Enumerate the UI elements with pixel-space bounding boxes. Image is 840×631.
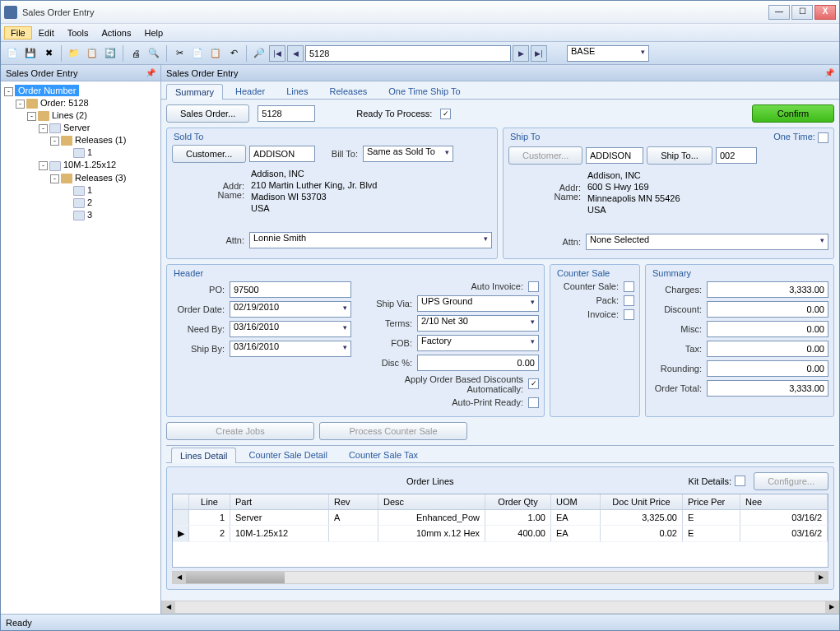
tab-lines-detail[interactable]: Lines Detail [171,448,236,463]
nav-first-button[interactable]: |◀ [269,45,285,62]
shipto-attn-select[interactable]: None Selected [586,234,828,250]
orderlines-grid[interactable]: Line Part Rev Desc Order Qty UOM Doc Uni… [172,494,828,568]
pin-icon[interactable]: 📌 [146,68,155,77]
po-input[interactable] [230,281,351,298]
tree-server[interactable]: -Server [4,122,157,134]
tree-release-2b[interactable]: 2 [4,197,157,209]
refresh-icon[interactable]: 🔄 [102,45,118,62]
search-icon[interactable]: 🔎 [251,45,267,62]
tree-root[interactable]: -Order Number [4,85,157,97]
soldto-attn-select[interactable]: Lonnie Smith [249,232,492,248]
menu-actions[interactable]: Actions [95,26,137,39]
table-row[interactable]: ▶ 2 10M-1.25x12 10mm x.12 Hex 400.00 EA … [173,526,828,542]
table-row[interactable]: 1 Server A Enhanced_Pow 1.00 EA 3,325.00… [173,510,828,526]
tab-summary[interactable]: Summary [166,84,223,100]
menu-help[interactable]: Help [137,26,169,39]
shipto-attn-label: Attn: [508,237,586,247]
discount-field [707,301,828,318]
pin-icon[interactable]: 📌 [824,68,834,77]
cs-checkbox[interactable] [624,281,634,292]
kit-label: Kit Details: [689,476,732,486]
menu-tools[interactable]: Tools [61,26,95,39]
soldto-customer-button[interactable]: Customer... [172,145,246,163]
invoice-checkbox[interactable] [624,309,634,320]
tab-header[interactable]: Header [226,83,274,99]
sales-order-input[interactable] [258,105,315,122]
left-panel-header: Sales Order Entry 📌 [1,65,160,81]
preview-icon[interactable]: 🔍 [146,45,162,62]
sales-order-button[interactable]: Sales Order... [166,104,249,123]
tree-order[interactable]: -Order: 5128 [4,97,157,109]
misc-field [707,321,828,337]
ready-to-process-checkbox[interactable]: ✓ [440,109,451,119]
pack-checkbox[interactable] [624,295,634,306]
menu-file[interactable]: File [4,26,32,39]
nav-next-button[interactable]: ▶ [513,45,529,62]
panel-scrollbar[interactable]: ◀ ▶ [161,601,839,614]
minimize-button[interactable]: — [768,5,790,20]
nav-last-button[interactable]: ▶| [531,45,547,62]
terms-select[interactable]: 2/10 Net 30 [417,315,539,332]
applydisc-checkbox[interactable]: ✓ [528,378,539,389]
cut-icon[interactable]: ✂ [171,45,188,62]
charges-field [707,281,828,298]
fob-select[interactable]: Factory [417,335,539,351]
tree-server-releases[interactable]: -Releases (1) [4,134,157,146]
shipby-input[interactable]: 03/16/2010 [230,341,351,357]
window-title: Sales Order Entry [22,7,768,17]
warehouse-select[interactable]: BASE [567,45,649,62]
menu-edit[interactable]: Edit [32,26,61,39]
tree-release-2a[interactable]: 1 [4,184,157,197]
grid-scrollbar[interactable]: ◀ ▶ [172,571,828,584]
shipto-addr-label: Addr: [508,183,586,193]
order-tree[interactable]: -Order Number -Order: 5128 -Lines (2) -S… [1,81,160,614]
sold-to-title: Sold To [174,132,492,142]
undo-icon[interactable]: ↶ [225,45,242,62]
ship-to-title: Ship To One Time: [510,132,828,143]
autoprint-checkbox[interactable] [528,397,539,408]
tree-part2-releases[interactable]: -Releases (3) [4,172,157,184]
needby-input[interactable]: 03/16/2010 [230,321,351,337]
shipto-customer-button: Customer... [508,146,582,165]
tab-cs-tax[interactable]: Counter Sale Tax [340,447,427,462]
shipto-button[interactable]: Ship To... [647,146,712,165]
maximize-button[interactable]: ☐ [791,5,813,20]
onetime-checkbox[interactable] [818,132,828,143]
save-icon[interactable]: 💾 [22,45,39,62]
shipto-id-input[interactable] [716,147,757,164]
billto-label: Bill To: [322,149,363,159]
shipvia-select[interactable]: UPS Ground [417,295,539,312]
delete-icon[interactable]: ✖ [40,45,57,62]
nav-prev-button[interactable]: ◀ [287,45,304,62]
order-number-input[interactable] [305,45,511,62]
status-bar: Ready [1,614,839,630]
status-text: Ready [6,618,32,628]
tax-field [707,341,828,357]
confirm-button[interactable]: Confirm [752,104,834,123]
tree-lines[interactable]: -Lines (2) [4,109,157,122]
billto-select[interactable]: Same as Sold To [363,146,453,162]
tab-onetime-shipto[interactable]: One Time Ship To [379,83,469,99]
kit-checkbox[interactable] [735,476,745,486]
tab-lines[interactable]: Lines [277,83,317,99]
shipto-name-label: Name: [508,192,586,202]
autoinvoice-checkbox[interactable] [528,281,539,292]
soldto-customer-input[interactable] [249,146,315,162]
close-button[interactable]: X [814,5,836,20]
tab-releases[interactable]: Releases [320,83,376,99]
new-icon[interactable]: 📄 [4,45,21,62]
shipto-customer-input[interactable] [586,147,643,164]
paste-icon[interactable]: 📋 [207,45,224,62]
tree-part2[interactable]: -10M-1.25x12 [4,159,157,171]
copy-icon[interactable]: 📄 [189,45,206,62]
onetime-label: One Time: [773,132,815,142]
folder-icon[interactable]: 📁 [66,45,82,62]
disc-input[interactable] [417,355,539,371]
orderdate-input[interactable]: 02/19/2010 [230,301,351,318]
note-icon[interactable]: 📋 [84,45,100,62]
print-icon[interactable]: 🖨 [128,45,144,62]
tab-cs-detail[interactable]: Counter Sale Detail [239,447,336,462]
title-bar: Sales Order Entry — ☐ X [1,1,839,24]
tree-release-1[interactable]: 1 [4,146,157,159]
tree-release-2c[interactable]: 3 [4,209,157,221]
